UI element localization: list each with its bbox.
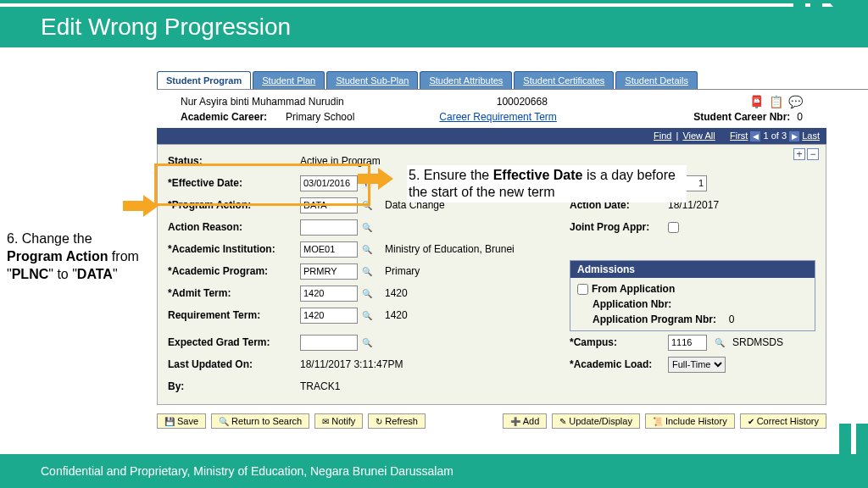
action-reason-input[interactable]: [300, 219, 358, 236]
load-label: *Academic Load:: [570, 358, 661, 370]
lookup-icon[interactable]: 🔍: [714, 336, 726, 348]
save-icon: 💾: [164, 417, 175, 426]
header: Edit Wrong Progression: [0, 0, 868, 47]
inst-desc: Ministry of Education, Brunei: [385, 243, 515, 255]
refresh-button[interactable]: ↻Refresh: [368, 413, 426, 429]
career-label: Academic Career:: [181, 111, 286, 123]
lookup-icon[interactable]: 🔍: [361, 265, 373, 277]
app-prog-nbr-value: 0: [729, 313, 735, 325]
student-id: 100020668: [497, 96, 548, 108]
admit-input[interactable]: [300, 286, 358, 302]
career-req-link[interactable]: Career Requirement Term: [439, 111, 557, 123]
notify-icon: ✉: [322, 417, 329, 426]
joint-label: Joint Prog Appr:: [570, 221, 661, 233]
load-select[interactable]: Full-Time: [668, 357, 726, 373]
lookup-icon[interactable]: 🔍: [361, 336, 373, 348]
comment-icon[interactable]: 💬: [788, 95, 803, 108]
worklist-icon[interactable]: 📮: [749, 95, 764, 108]
from-app-checkbox[interactable]: [577, 284, 588, 295]
nav-last[interactable]: Last: [802, 130, 820, 141]
callout-5: 5. Ensure the Effective Date is a day be…: [407, 165, 687, 202]
nav-prev-icon[interactable]: ◀: [750, 131, 760, 141]
add-row-icon[interactable]: +: [793, 148, 805, 160]
campus-input[interactable]: [668, 335, 707, 351]
find-link[interactable]: Find: [654, 130, 671, 141]
tab-student-program[interactable]: Student Program: [157, 71, 251, 89]
refresh-icon: ↻: [376, 417, 382, 426]
footer-text: Confidential and Proprietary, Ministry o…: [41, 464, 453, 478]
from-app-label: From Application: [592, 283, 675, 295]
arrow-icon: [358, 168, 393, 190]
update-icon: ✎: [559, 417, 566, 426]
tab-bar: Student Program Student Plan Student Sub…: [157, 71, 868, 90]
inst-label: *Academic Institution:: [168, 243, 297, 255]
student-name: Nur Asyira binti Muhammad Nurudin: [181, 96, 344, 108]
tab-student-certificates[interactable]: Student Certificates: [514, 71, 614, 89]
page-title: Edit Wrong Progression: [41, 14, 291, 41]
nav-first[interactable]: First: [730, 130, 748, 141]
admit-label: *Admit Term:: [168, 287, 297, 299]
grad-input[interactable]: [300, 335, 358, 351]
by-value: TRACK1: [300, 380, 340, 392]
lookup-icon[interactable]: 🔍: [361, 309, 373, 321]
eff-date-label: *Effective Date:: [168, 177, 297, 189]
lookup-icon[interactable]: 🔍: [361, 221, 373, 233]
career-value: Primary School: [286, 111, 354, 123]
prog-action-input[interactable]: [300, 197, 358, 214]
correct-icon: ✔: [748, 417, 754, 426]
by-label: By:: [168, 380, 297, 392]
nav-next-icon[interactable]: ▶: [789, 131, 799, 141]
action-reason-label: Action Reason:: [168, 221, 297, 233]
search-icon: 🔍: [219, 417, 229, 426]
tab-student-attributes[interactable]: Student Attributes: [420, 71, 512, 89]
correct-history-button[interactable]: ✔Correct History: [740, 413, 826, 429]
footer: Confidential and Proprietary, Ministry o…: [0, 454, 868, 488]
update-button[interactable]: ✎Update/Display: [552, 413, 640, 429]
add-button[interactable]: ➕Add: [503, 413, 548, 429]
status-label: Status:: [168, 155, 297, 167]
scroll-nav: Find | View All First ◀ 1 of 3 ▶ Last: [157, 128, 826, 144]
tab-student-sub-plan[interactable]: Student Sub-Plan: [326, 71, 418, 89]
save-button[interactable]: 💾Save: [157, 413, 206, 429]
prog-input[interactable]: [300, 263, 358, 280]
lookup-icon[interactable]: 🔍: [361, 287, 373, 299]
lookup-icon[interactable]: 🔍: [361, 243, 373, 255]
nav-position: 1 of 3: [764, 130, 787, 141]
button-bar: 💾Save 🔍Return to Search ✉Notify ↻Refresh…: [157, 413, 826, 429]
delete-row-icon[interactable]: −: [807, 148, 819, 160]
include-history-button[interactable]: 📜Include History: [645, 413, 735, 429]
lookup-icon[interactable]: 🔍: [361, 199, 373, 211]
updated-label: Last Updated On:: [168, 358, 297, 370]
app-prog-nbr-label: Application Program Nbr:: [593, 313, 716, 325]
tab-student-plan[interactable]: Student Plan: [253, 71, 325, 89]
admissions-panel: Admissions From Application Application …: [570, 260, 815, 331]
admit-desc: 1420: [385, 287, 408, 299]
prog-action-label: *Program Action:: [168, 199, 297, 211]
app-nbr-label: Application Nbr:: [593, 298, 671, 310]
eff-date-input[interactable]: [300, 175, 358, 191]
return-button[interactable]: 🔍Return to Search: [211, 413, 309, 429]
prog-desc: Primary: [385, 265, 420, 277]
student-career-nbr-value: 0: [797, 111, 803, 123]
status-value: Active in Program: [300, 155, 381, 167]
viewall-link[interactable]: View All: [682, 130, 715, 141]
grad-label: Expected Grad Term:: [168, 336, 297, 348]
callout-6: 6. Change the Program Action from "PLNC"…: [7, 230, 142, 283]
tab-student-details[interactable]: Student Details: [615, 71, 698, 89]
req-term-input[interactable]: [300, 308, 358, 324]
admissions-header: Admissions: [570, 261, 815, 278]
notify-button[interactable]: ✉Notify: [314, 413, 363, 429]
notepad-icon[interactable]: 📋: [769, 95, 783, 108]
campus-label: *Campus:: [570, 336, 661, 348]
history-icon: 📜: [653, 417, 663, 426]
student-career-nbr-label: Student Career Nbr:: [693, 111, 790, 123]
arrow-icon: [123, 195, 159, 217]
req-term-desc: 1420: [385, 309, 408, 321]
inst-input[interactable]: [300, 241, 358, 258]
add-icon: ➕: [510, 417, 520, 426]
req-term-label: Requirement Term:: [168, 309, 297, 321]
joint-checkbox[interactable]: [668, 222, 679, 233]
campus-desc: SRDMSDS: [732, 336, 783, 348]
prog-label: *Academic Program:: [168, 265, 297, 277]
updated-value: 18/11/2017 3:11:47PM: [300, 358, 403, 370]
